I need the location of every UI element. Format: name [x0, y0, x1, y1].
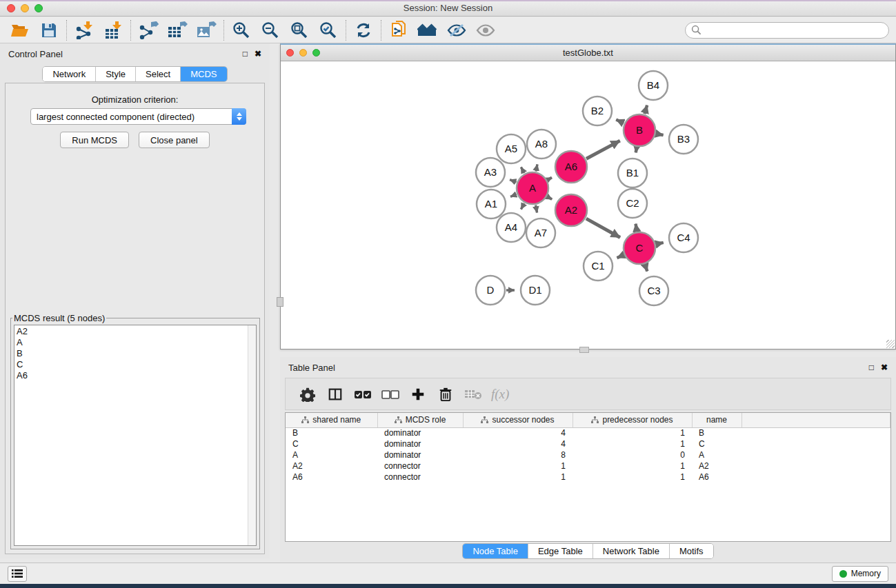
tab-select[interactable]: Select	[135, 67, 180, 81]
table-row[interactable]: Cdominator41C	[286, 438, 890, 449]
close-panel-button[interactable]: Close panel	[139, 132, 210, 148]
criterion-dropdown[interactable]: largest connected component (directed)	[30, 108, 246, 125]
table-row[interactable]: Adominator80A	[286, 449, 890, 460]
graph-edge-A-A7[interactable]	[536, 205, 537, 213]
import-table-button[interactable]	[99, 19, 128, 42]
network-view-window: testGlobe.txt B4B2BB3A5A8A6B1A3AC2A1A2A4…	[280, 43, 896, 349]
zoom-selected-button[interactable]	[314, 19, 343, 42]
graph-edge-C-C2[interactable]	[636, 224, 637, 232]
columns-icon	[328, 387, 343, 402]
show-columns-button[interactable]	[323, 382, 348, 407]
table-row[interactable]: Bdominator41B	[286, 427, 890, 438]
graph-edge-C-C4[interactable]	[656, 243, 663, 244]
graph-edge-B-B1[interactable]	[636, 148, 637, 153]
eye-icon	[476, 22, 495, 39]
graph-edge-A6-B[interactable]	[586, 141, 620, 159]
graph-edge-A-A6[interactable]	[548, 177, 552, 179]
status-bar: Memory	[0, 562, 896, 584]
graph-edge-A-A8[interactable]	[536, 164, 537, 171]
show-hidden-button[interactable]	[471, 19, 500, 42]
scrollbar[interactable]	[248, 325, 256, 545]
graph-node-label-C4: C4	[677, 232, 690, 243]
float-table-panel-icon[interactable]: □	[869, 363, 874, 372]
graph-edge-A-A1[interactable]	[510, 194, 517, 196]
home-icon	[417, 22, 438, 39]
zoom-in-button[interactable]	[227, 19, 256, 42]
tab-network-table[interactable]: Network Table	[593, 544, 669, 558]
mcds-result-item[interactable]: A2	[17, 326, 256, 337]
export-image-button[interactable]	[192, 19, 221, 42]
column-header-successor-nodes[interactable]: successor nodes	[463, 413, 573, 427]
graph-node-label-D: D	[487, 284, 495, 296]
graph-edge-A-A4[interactable]	[521, 203, 524, 210]
table-tabs: Node Table Edge Table Network Table Moti…	[280, 543, 896, 559]
resize-handle-icon[interactable]	[886, 340, 895, 348]
zoom-fit-button[interactable]	[285, 19, 314, 42]
network-canvas[interactable]: B4B2BB3A5A8A6B1A3AC2A1A2A4A7C4CC1C3DD1	[281, 63, 895, 349]
mcds-result-item[interactable]: A6	[17, 370, 256, 381]
column-header-name[interactable]: name	[692, 413, 741, 427]
mcds-result-list[interactable]: A2 A B C A6	[14, 325, 257, 546]
import-network-button[interactable]	[70, 19, 99, 42]
mcds-result-item[interactable]: C	[17, 359, 256, 370]
column-header-predecessor-nodes[interactable]: predecessor nodes	[573, 413, 692, 427]
graph-edge-A-A5[interactable]	[521, 167, 524, 173]
tab-network[interactable]: Network	[43, 67, 95, 81]
tab-style[interactable]: Style	[95, 67, 135, 81]
import-network-icon	[74, 21, 94, 39]
select-all-columns-button[interactable]	[350, 382, 375, 407]
export-table-button[interactable]	[163, 19, 192, 42]
graph-edge-A2-C[interactable]	[586, 219, 620, 237]
graph-edge-C-C3[interactable]	[645, 265, 647, 272]
zoom-out-icon	[261, 21, 279, 39]
column-type-icon	[591, 416, 599, 424]
main-toolbar	[0, 17, 896, 43]
deselect-all-columns-button[interactable]	[378, 382, 403, 407]
save-session-button[interactable]	[34, 19, 63, 42]
close-panel-icon[interactable]: ✖	[255, 50, 261, 58]
column-type-icon	[301, 416, 309, 424]
graph-edge-A-A3[interactable]	[510, 180, 517, 183]
checked-boxes-icon	[354, 389, 372, 400]
delete-table-button[interactable]	[461, 382, 486, 407]
graph-node-label-A5: A5	[505, 143, 517, 154]
table-row[interactable]: A2connector11A2	[286, 460, 890, 472]
float-panel-icon[interactable]: □	[243, 50, 248, 58]
graph-edge-C-C1[interactable]	[617, 255, 624, 258]
tab-mcds[interactable]: MCDS	[180, 67, 226, 81]
open-session-button[interactable]	[6, 19, 34, 42]
hide-selected-button[interactable]	[442, 19, 471, 42]
clone-network-button[interactable]	[384, 19, 413, 42]
function-builder-icon[interactable]: f(x)	[491, 387, 509, 402]
mcds-result-item[interactable]: A	[17, 337, 256, 348]
table-settings-button[interactable]	[295, 382, 320, 407]
panel-grip[interactable]	[579, 347, 589, 353]
refresh-layout-button[interactable]	[349, 19, 378, 42]
show-networks-button[interactable]	[413, 19, 442, 42]
run-mcds-button[interactable]: Run MCDS	[60, 132, 129, 148]
export-network-button[interactable]	[134, 19, 163, 42]
tab-edge-table[interactable]: Edge Table	[528, 544, 593, 558]
tab-node-table[interactable]: Node Table	[463, 544, 528, 558]
graph-edge-B-B3[interactable]	[656, 134, 663, 135]
zoom-out-button[interactable]	[256, 19, 285, 42]
table-row[interactable]: A6connector11A6	[286, 472, 890, 483]
panel-grip[interactable]	[277, 297, 283, 307]
graph-edge-B-B2[interactable]	[616, 120, 624, 123]
graph-node-label-A8: A8	[535, 138, 548, 150]
delete-column-button[interactable]	[433, 382, 458, 407]
mcds-result-item[interactable]: B	[17, 348, 256, 359]
add-column-button[interactable]	[406, 382, 430, 407]
task-history-button[interactable]	[8, 566, 27, 582]
graph-node-label-B4: B4	[647, 79, 659, 91]
refresh-icon	[355, 21, 372, 39]
column-header-shared-name[interactable]: shared name	[286, 413, 377, 427]
tab-motifs[interactable]: Motifs	[669, 544, 713, 558]
graph-edge-B-B4[interactable]	[644, 105, 647, 114]
graph-edge-A-A2[interactable]	[548, 196, 552, 199]
close-table-panel-icon[interactable]: ✖	[881, 363, 888, 372]
search-input[interactable]	[701, 23, 888, 37]
network-graph[interactable]: B4B2BB3A5A8A6B1A3AC2A1A2A4A7C4CC1C3DD1	[281, 63, 894, 349]
column-header-mcds-role[interactable]: MCDS role	[377, 413, 463, 427]
memory-button[interactable]: Memory	[832, 566, 888, 582]
